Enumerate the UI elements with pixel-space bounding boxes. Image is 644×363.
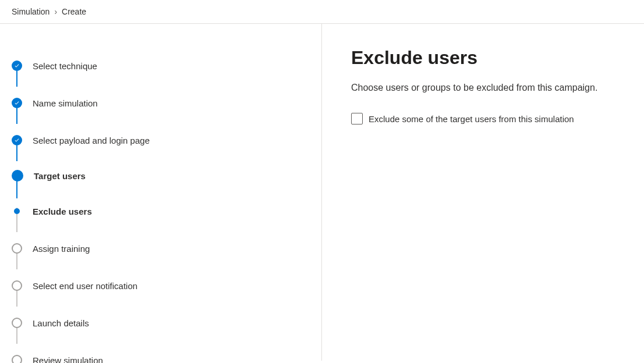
step-end-user-notification[interactable]: Select end user notification <box>12 267 310 304</box>
step-label: Target users <box>34 171 86 181</box>
step-assign-training[interactable]: Assign training <box>12 230 310 267</box>
wizard-sidebar: Select technique Name simulation <box>0 24 322 361</box>
step-label: Select technique <box>33 61 97 71</box>
substep-icon <box>14 208 20 214</box>
step-exclude-users[interactable]: Exclude users <box>12 193 310 230</box>
step-label: Name simulation <box>33 98 98 108</box>
pending-step-icon <box>12 280 22 291</box>
step-select-technique[interactable]: Select technique <box>12 47 310 84</box>
breadcrumb-item-simulation[interactable]: Simulation <box>12 7 49 16</box>
main-panel: Exclude users Choose users or groups to … <box>322 24 644 361</box>
step-select-payload[interactable]: Select payload and login page <box>12 122 310 159</box>
step-label: Exclude users <box>33 207 92 216</box>
step-label: Launch details <box>33 318 89 328</box>
pending-step-icon <box>12 243 22 254</box>
exclude-checkbox-row: Exclude some of the target users from th… <box>351 113 615 124</box>
page-description: Choose users or groups to be excluded fr… <box>351 83 615 93</box>
chevron-right-icon: › <box>54 7 57 16</box>
step-label: Select payload and login page <box>33 136 150 145</box>
step-review-simulation[interactable]: Review simulation <box>12 341 310 363</box>
exclude-users-checkbox[interactable] <box>351 113 363 124</box>
step-name-simulation[interactable]: Name simulation <box>12 84 310 122</box>
page-title: Exclude users <box>351 47 615 69</box>
breadcrumb-item-create[interactable]: Create <box>62 7 86 16</box>
step-label: Review simulation <box>33 355 103 364</box>
exclude-checkbox-label[interactable]: Exclude some of the target users from th… <box>369 114 574 124</box>
step-label: Assign training <box>33 244 90 254</box>
pending-step-icon <box>12 355 22 363</box>
pending-step-icon <box>12 318 22 328</box>
check-icon <box>12 98 22 108</box>
breadcrumb: Simulation › Create <box>0 0 644 24</box>
step-launch-details[interactable]: Launch details <box>12 304 310 341</box>
step-target-users[interactable]: Target users <box>12 159 310 193</box>
current-step-icon <box>12 170 23 182</box>
check-icon <box>12 135 22 145</box>
check-icon <box>12 61 22 71</box>
step-label: Select end user notification <box>33 281 137 291</box>
